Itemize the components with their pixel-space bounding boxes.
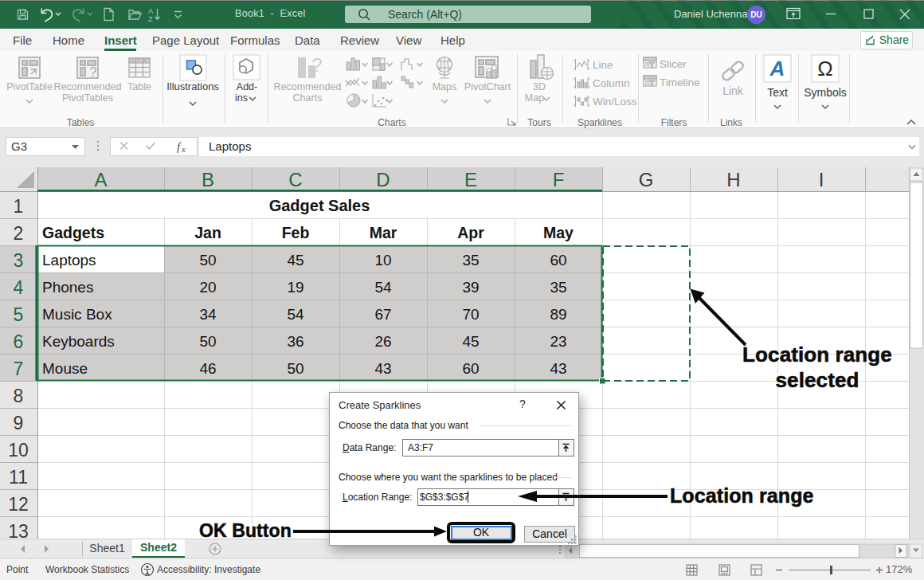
svg-text:x: x xyxy=(181,144,186,154)
